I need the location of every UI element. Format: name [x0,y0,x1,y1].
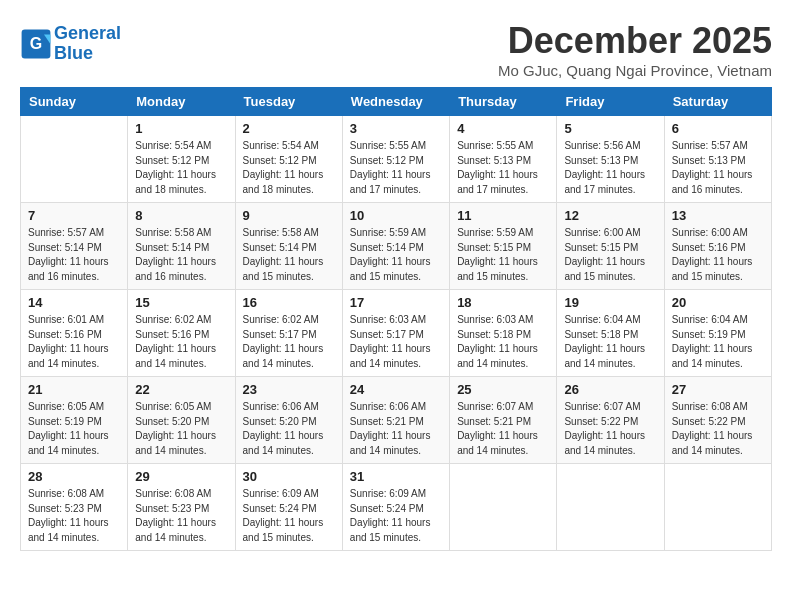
day-info: Sunrise: 6:06 AMSunset: 5:21 PMDaylight:… [350,400,442,458]
day-number: 17 [350,295,442,310]
day-info: Sunrise: 6:08 AMSunset: 5:23 PMDaylight:… [135,487,227,545]
day-info: Sunrise: 5:57 AMSunset: 5:13 PMDaylight:… [672,139,764,197]
calendar-week-row: 7Sunrise: 5:57 AMSunset: 5:14 PMDaylight… [21,203,772,290]
calendar-cell: 21Sunrise: 6:05 AMSunset: 5:19 PMDayligh… [21,377,128,464]
day-info: Sunrise: 6:00 AMSunset: 5:16 PMDaylight:… [672,226,764,284]
day-info: Sunrise: 6:04 AMSunset: 5:18 PMDaylight:… [564,313,656,371]
day-number: 4 [457,121,549,136]
calendar-cell: 6Sunrise: 5:57 AMSunset: 5:13 PMDaylight… [664,116,771,203]
calendar-cell: 20Sunrise: 6:04 AMSunset: 5:19 PMDayligh… [664,290,771,377]
day-number: 27 [672,382,764,397]
calendar-cell: 26Sunrise: 6:07 AMSunset: 5:22 PMDayligh… [557,377,664,464]
calendar-cell: 23Sunrise: 6:06 AMSunset: 5:20 PMDayligh… [235,377,342,464]
calendar-cell: 1Sunrise: 5:54 AMSunset: 5:12 PMDaylight… [128,116,235,203]
day-info: Sunrise: 6:07 AMSunset: 5:22 PMDaylight:… [564,400,656,458]
day-info: Sunrise: 6:05 AMSunset: 5:19 PMDaylight:… [28,400,120,458]
calendar-cell [557,464,664,551]
calendar-cell: 30Sunrise: 6:09 AMSunset: 5:24 PMDayligh… [235,464,342,551]
day-number: 10 [350,208,442,223]
calendar-cell: 25Sunrise: 6:07 AMSunset: 5:21 PMDayligh… [450,377,557,464]
day-number: 8 [135,208,227,223]
day-info: Sunrise: 5:58 AMSunset: 5:14 PMDaylight:… [135,226,227,284]
day-number: 13 [672,208,764,223]
day-number: 1 [135,121,227,136]
day-info: Sunrise: 6:04 AMSunset: 5:19 PMDaylight:… [672,313,764,371]
calendar-cell [21,116,128,203]
day-number: 25 [457,382,549,397]
day-info: Sunrise: 6:03 AMSunset: 5:17 PMDaylight:… [350,313,442,371]
day-number: 6 [672,121,764,136]
logo-icon: G [20,28,52,60]
svg-text:G: G [30,35,42,52]
day-info: Sunrise: 6:09 AMSunset: 5:24 PMDaylight:… [350,487,442,545]
calendar-week-row: 14Sunrise: 6:01 AMSunset: 5:16 PMDayligh… [21,290,772,377]
month-title: December 2025 [498,20,772,62]
calendar-week-row: 1Sunrise: 5:54 AMSunset: 5:12 PMDaylight… [21,116,772,203]
day-info: Sunrise: 6:08 AMSunset: 5:22 PMDaylight:… [672,400,764,458]
page-header: G General Blue December 2025 Mo GJuc, Qu… [20,20,772,79]
calendar-week-row: 28Sunrise: 6:08 AMSunset: 5:23 PMDayligh… [21,464,772,551]
day-info: Sunrise: 5:56 AMSunset: 5:13 PMDaylight:… [564,139,656,197]
calendar-cell: 8Sunrise: 5:58 AMSunset: 5:14 PMDaylight… [128,203,235,290]
calendar-cell: 22Sunrise: 6:05 AMSunset: 5:20 PMDayligh… [128,377,235,464]
day-info: Sunrise: 6:00 AMSunset: 5:15 PMDaylight:… [564,226,656,284]
day-info: Sunrise: 6:01 AMSunset: 5:16 PMDaylight:… [28,313,120,371]
day-number: 7 [28,208,120,223]
day-info: Sunrise: 5:54 AMSunset: 5:12 PMDaylight:… [243,139,335,197]
calendar-cell [664,464,771,551]
logo: G General Blue [20,24,121,64]
weekday-header: Monday [128,88,235,116]
day-number: 21 [28,382,120,397]
day-number: 28 [28,469,120,484]
calendar-cell: 16Sunrise: 6:02 AMSunset: 5:17 PMDayligh… [235,290,342,377]
day-number: 5 [564,121,656,136]
day-info: Sunrise: 6:08 AMSunset: 5:23 PMDaylight:… [28,487,120,545]
day-info: Sunrise: 5:55 AMSunset: 5:12 PMDaylight:… [350,139,442,197]
day-number: 3 [350,121,442,136]
day-info: Sunrise: 5:59 AMSunset: 5:15 PMDaylight:… [457,226,549,284]
logo-blue: Blue [54,43,93,63]
calendar-cell: 19Sunrise: 6:04 AMSunset: 5:18 PMDayligh… [557,290,664,377]
day-info: Sunrise: 6:02 AMSunset: 5:17 PMDaylight:… [243,313,335,371]
calendar-cell: 12Sunrise: 6:00 AMSunset: 5:15 PMDayligh… [557,203,664,290]
calendar-cell: 27Sunrise: 6:08 AMSunset: 5:22 PMDayligh… [664,377,771,464]
day-number: 11 [457,208,549,223]
day-number: 16 [243,295,335,310]
calendar-cell: 4Sunrise: 5:55 AMSunset: 5:13 PMDaylight… [450,116,557,203]
day-info: Sunrise: 5:55 AMSunset: 5:13 PMDaylight:… [457,139,549,197]
calendar-cell: 31Sunrise: 6:09 AMSunset: 5:24 PMDayligh… [342,464,449,551]
weekday-header: Friday [557,88,664,116]
calendar-cell: 17Sunrise: 6:03 AMSunset: 5:17 PMDayligh… [342,290,449,377]
day-info: Sunrise: 5:54 AMSunset: 5:12 PMDaylight:… [135,139,227,197]
title-section: December 2025 Mo GJuc, Quang Ngai Provin… [498,20,772,79]
day-info: Sunrise: 6:03 AMSunset: 5:18 PMDaylight:… [457,313,549,371]
calendar-cell: 5Sunrise: 5:56 AMSunset: 5:13 PMDaylight… [557,116,664,203]
day-number: 26 [564,382,656,397]
calendar-cell: 24Sunrise: 6:06 AMSunset: 5:21 PMDayligh… [342,377,449,464]
calendar-cell: 14Sunrise: 6:01 AMSunset: 5:16 PMDayligh… [21,290,128,377]
calendar-cell: 18Sunrise: 6:03 AMSunset: 5:18 PMDayligh… [450,290,557,377]
day-number: 9 [243,208,335,223]
day-number: 18 [457,295,549,310]
day-number: 12 [564,208,656,223]
day-number: 15 [135,295,227,310]
calendar-cell: 9Sunrise: 5:58 AMSunset: 5:14 PMDaylight… [235,203,342,290]
day-number: 14 [28,295,120,310]
day-info: Sunrise: 5:57 AMSunset: 5:14 PMDaylight:… [28,226,120,284]
day-number: 22 [135,382,227,397]
calendar-cell: 10Sunrise: 5:59 AMSunset: 5:14 PMDayligh… [342,203,449,290]
day-number: 23 [243,382,335,397]
day-number: 29 [135,469,227,484]
day-info: Sunrise: 6:02 AMSunset: 5:16 PMDaylight:… [135,313,227,371]
day-info: Sunrise: 6:06 AMSunset: 5:20 PMDaylight:… [243,400,335,458]
calendar-week-row: 21Sunrise: 6:05 AMSunset: 5:19 PMDayligh… [21,377,772,464]
day-info: Sunrise: 6:05 AMSunset: 5:20 PMDaylight:… [135,400,227,458]
day-number: 24 [350,382,442,397]
day-info: Sunrise: 5:58 AMSunset: 5:14 PMDaylight:… [243,226,335,284]
day-number: 31 [350,469,442,484]
calendar-table: SundayMondayTuesdayWednesdayThursdayFrid… [20,87,772,551]
calendar-cell: 2Sunrise: 5:54 AMSunset: 5:12 PMDaylight… [235,116,342,203]
calendar-cell: 3Sunrise: 5:55 AMSunset: 5:12 PMDaylight… [342,116,449,203]
day-number: 30 [243,469,335,484]
day-info: Sunrise: 6:09 AMSunset: 5:24 PMDaylight:… [243,487,335,545]
